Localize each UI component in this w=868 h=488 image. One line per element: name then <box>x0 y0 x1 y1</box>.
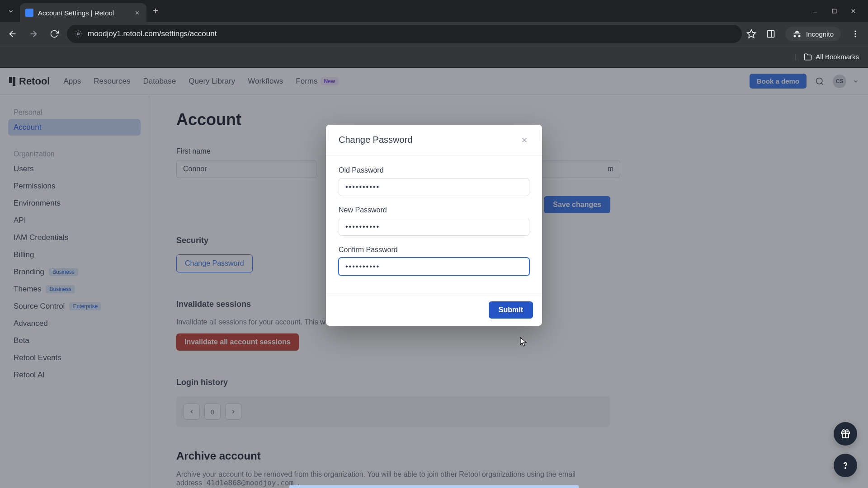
new-password-label: New Password <box>339 206 529 214</box>
address-bar[interactable]: moodjoy1.retool.com/settings/account <box>67 25 742 43</box>
all-bookmarks-button[interactable]: All Bookmarks <box>804 53 859 61</box>
tab-bar: Account Settings | Retool + <box>0 0 868 22</box>
svg-point-13 <box>854 33 856 34</box>
gift-fab[interactable] <box>834 422 857 446</box>
minimize-icon[interactable] <box>811 7 819 15</box>
old-password-input[interactable] <box>339 178 529 196</box>
old-password-label: Old Password <box>339 166 529 174</box>
svg-rect-10 <box>768 31 774 38</box>
bookmarks-bar: | All Bookmarks <box>0 46 868 67</box>
tab-title: Account Settings | Retool <box>38 9 114 17</box>
change-password-modal: Change Password Old Password New Passwor… <box>326 125 542 326</box>
incognito-indicator[interactable]: Incognito <box>785 27 841 41</box>
incognito-icon <box>793 29 802 38</box>
modal-title: Change Password <box>339 135 412 145</box>
svg-point-22 <box>845 468 846 469</box>
all-bookmarks-label: All Bookmarks <box>816 53 859 61</box>
window-controls <box>811 7 864 15</box>
submit-button[interactable]: Submit <box>489 301 533 319</box>
svg-point-8 <box>77 33 80 35</box>
tab-close-icon[interactable] <box>133 9 141 17</box>
svg-marker-9 <box>747 30 755 38</box>
modal-close-button[interactable] <box>519 135 529 145</box>
folder-icon <box>804 53 812 61</box>
incognito-label: Incognito <box>806 30 834 38</box>
app-root: Retool Apps Resources Database Query Lib… <box>0 68 868 488</box>
confirm-password-label: Confirm Password <box>339 246 529 254</box>
svg-point-12 <box>854 31 856 32</box>
site-settings-icon[interactable] <box>74 30 82 38</box>
bottom-highlight-bar <box>289 485 579 488</box>
svg-rect-3 <box>832 9 836 13</box>
back-button[interactable] <box>5 26 21 42</box>
new-tab-button[interactable]: + <box>148 4 163 19</box>
tab-search-dropdown[interactable] <box>4 4 18 19</box>
bookmark-star-icon[interactable] <box>746 29 756 39</box>
browser-menu-icon[interactable] <box>851 29 860 38</box>
reload-button[interactable] <box>46 26 62 42</box>
modal-overlay[interactable]: Change Password Old Password New Passwor… <box>0 68 868 488</box>
confirm-password-input[interactable] <box>339 258 529 276</box>
url-text: moodjoy1.retool.com/settings/account <box>88 29 735 38</box>
tab-favicon <box>25 9 33 17</box>
help-fab[interactable] <box>834 454 857 477</box>
help-fab-stack <box>834 422 857 477</box>
svg-point-14 <box>854 36 856 37</box>
maximize-icon[interactable] <box>830 7 838 15</box>
extensions-icon[interactable] <box>766 29 775 38</box>
browser-chrome: Account Settings | Retool + moodjoy1.ret… <box>0 0 868 68</box>
url-bar: moodjoy1.retool.com/settings/account Inc… <box>0 22 868 46</box>
browser-tab[interactable]: Account Settings | Retool <box>20 3 146 22</box>
forward-button[interactable] <box>25 26 42 42</box>
close-window-icon[interactable] <box>849 7 857 15</box>
new-password-input[interactable] <box>339 218 529 236</box>
